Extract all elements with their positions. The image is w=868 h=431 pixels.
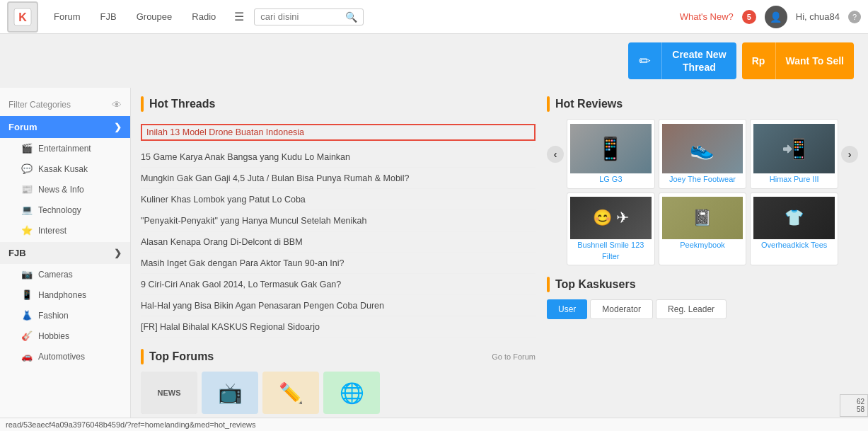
thread-link-5[interactable]: "Penyakit-Penyakit" yang Hanya Muncul Se…: [141, 216, 366, 226]
thread-item-3[interactable]: Mungkin Gak Gan Gaji 4,5 Juta / Bulan Bi…: [141, 168, 536, 189]
notification-badge[interactable]: 5: [742, 10, 756, 24]
review-card-joey-footwear[interactable]: 👟 Joey The Footwear: [659, 119, 747, 189]
nav-links: Forum FJB Groupee Radio ☰: [45, 6, 251, 28]
interest-icon: ⭐: [21, 225, 33, 236]
sidebar-section-forum: Forum ❯ 🎬 Entertainment 💬 Kasak Kusak 📰 …: [0, 116, 130, 241]
search-input[interactable]: [260, 11, 345, 22]
thread-item-8[interactable]: 9 Ciri-Ciri Anak Gaol 2014, Lo Termasuk …: [141, 274, 536, 295]
thread-link-6[interactable]: Alasan Kenapa Orang Di-Delcont di BBM: [141, 237, 303, 247]
sidebar-item-fashion[interactable]: 👗 Fashion: [0, 305, 130, 326]
thread-item-5[interactable]: "Penyakit-Penyakit" yang Hanya Muncul Se…: [141, 210, 536, 231]
overheadkick-title[interactable]: Overheadkick Tees: [761, 241, 827, 249]
thread-item-1[interactable]: Inilah 13 Model Drone Buatan Indonesia: [141, 119, 536, 146]
review-card-peekmybook[interactable]: 📓 Peekmybook: [659, 192, 747, 265]
peekmybook-title[interactable]: Peekmybook: [680, 241, 725, 249]
sidebar-item-handphones[interactable]: 📱 Handphones: [0, 285, 130, 305]
reviews-next-button[interactable]: ›: [841, 146, 858, 163]
automotives-icon: 🚗: [21, 351, 33, 362]
thread-link-7[interactable]: Masih Inget Gak dengan Para Aktor Taun 9…: [141, 258, 344, 268]
thread-link-4[interactable]: Kuliner Khas Lombok yang Patut Lo Coba: [141, 195, 306, 205]
himax-title[interactable]: Himax Pure III: [770, 175, 819, 183]
thread-item-2[interactable]: 15 Game Karya Anak Bangsa yang Kudu Lo M…: [141, 146, 536, 168]
overheadkick-image: 👕: [753, 197, 835, 239]
thread-link-2[interactable]: 15 Game Karya Anak Bangsa yang Kudu Lo M…: [141, 152, 350, 162]
nav-groupee[interactable]: Groupee: [128, 7, 181, 26]
nav-forum[interactable]: Forum: [45, 7, 89, 26]
top-kaskusers-header: Top Kaskusers: [547, 277, 858, 292]
nav-radio[interactable]: Radio: [183, 7, 224, 26]
main-layout: Filter Categories 👁 Forum ❯ 🎬 Entertainm…: [0, 88, 868, 423]
thread-item-4[interactable]: Kuliner Khas Lombok yang Patut Lo Coba: [141, 189, 536, 210]
joey-footwear-title[interactable]: Joey The Footwear: [669, 175, 736, 183]
section-bar-hot-reviews: [547, 96, 550, 112]
sidebar-item-label: Kasak Kusak: [38, 164, 88, 174]
forum-icon-edit[interactable]: ✏️: [262, 372, 319, 414]
tab-moderator[interactable]: Moderator: [590, 299, 653, 319]
fashion-icon: 👗: [21, 310, 33, 321]
sidebar-item-cameras[interactable]: 📷 Cameras: [0, 264, 130, 285]
thread-link-10[interactable]: [FR] Halal Bihalal KASKUS Regional Sidoa…: [141, 322, 320, 332]
thread-item-10[interactable]: [FR] Halal Bihalal KASKUS Regional Sidoa…: [141, 316, 536, 338]
thread-item-7[interactable]: Masih Inget Gak dengan Para Aktor Taun 9…: [141, 253, 536, 274]
create-thread-label: Create NewThread: [662, 48, 736, 74]
top-kaskusers-title: Top Kaskusers: [555, 278, 636, 291]
top-nav: K Forum FJB Groupee Radio ☰ 🔍 What's New…: [0, 0, 868, 34]
lg-g3-title[interactable]: LG G3: [599, 175, 622, 183]
tab-reg-leader[interactable]: Reg. Leader: [656, 299, 727, 319]
sidebar-item-kasak-kusak[interactable]: 💬 Kasak Kusak: [0, 159, 130, 179]
sidebar-fjb-header[interactable]: FJB ❯: [0, 242, 130, 264]
sidebar-item-automotives[interactable]: 🚗 Automotives: [0, 346, 130, 367]
thread-link-3[interactable]: Mungkin Gak Gan Gaji 4,5 Juta / Bulan Bi…: [141, 173, 409, 183]
forum-icon-tv[interactable]: 📺: [202, 372, 258, 414]
logo[interactable]: K: [7, 1, 38, 33]
hot-reviews-section: Hot Reviews ‹ 📱 LG G3 👟 Joey The Footwea…: [547, 96, 858, 265]
tab-user[interactable]: User: [547, 299, 587, 319]
top-forums-title-container: Top Forums: [141, 349, 214, 364]
thread-link-9[interactable]: Hal-Hal yang Bisa Bikin Agan Penasaran P…: [141, 301, 384, 311]
forum-icon-globe[interactable]: 🌐: [323, 372, 380, 414]
thread-item-9[interactable]: Hal-Hal yang Bisa Bikin Agan Penasaran P…: [141, 295, 536, 316]
bushnell-title[interactable]: Bushnell Smile 123 Filter: [577, 241, 644, 260]
review-card-overheadkick[interactable]: 👕 Overheadkick Tees: [750, 192, 838, 265]
cameras-icon: 📷: [21, 269, 33, 280]
section-bar-kaskusers: [547, 277, 550, 292]
reviews-row2: 😊 ✈ Bushnell Smile 123 Filter 📓 Peekmybo…: [567, 192, 838, 265]
review-card-himax[interactable]: 📲 Himax Pure III: [750, 119, 838, 189]
thread-link-1[interactable]: Inilah 13 Model Drone Buatan Indonesia: [141, 124, 536, 141]
action-bar: ✏ Create NewThread Rp Want To Sell: [0, 34, 868, 88]
user-greeting: Hi, chua84: [796, 11, 840, 22]
forum-icon-news[interactable]: NEWS: [141, 372, 197, 414]
lg-g3-image: 📱: [570, 124, 652, 173]
peekmybook-image: 📓: [662, 197, 743, 239]
globe-forum-icon: 🌐: [340, 381, 364, 405]
thread-link-8[interactable]: 9 Ciri-Ciri Anak Gaol 2014, Lo Termasuk …: [141, 280, 341, 289]
review-card-bushnell[interactable]: 😊 ✈ Bushnell Smile 123 Filter: [567, 192, 655, 265]
sidebar-item-technology[interactable]: 💻 Technology: [0, 200, 130, 220]
want-to-sell-button[interactable]: Rp Want To Sell: [742, 42, 854, 79]
eye-icon[interactable]: 👁: [112, 99, 122, 110]
hamburger-icon[interactable]: ☰: [227, 6, 251, 28]
filter-categories: Filter Categories 👁: [0, 93, 130, 116]
review-card-lg-g3[interactable]: 📱 LG G3: [567, 119, 655, 189]
search-icon[interactable]: 🔍: [345, 11, 357, 23]
scroll-val2: 58: [843, 406, 864, 413]
nav-fjb[interactable]: FJB: [92, 7, 125, 26]
whats-new-link[interactable]: What's New?: [680, 11, 734, 22]
create-thread-button[interactable]: ✏ Create NewThread: [628, 42, 736, 79]
reviews-prev-button[interactable]: ‹: [547, 146, 564, 163]
bushnell-image: 😊 ✈: [570, 197, 652, 239]
top-kaskusers-section: Top Kaskusers User Moderator Reg. Leader: [547, 277, 858, 319]
sidebar-forum-header[interactable]: Forum ❯: [0, 116, 130, 138]
hot-threads-section: Hot Threads Inilah 13 Model Drone Buatan…: [141, 96, 536, 338]
sidebar-item-news-info[interactable]: 📰 News & Info: [0, 179, 130, 200]
help-icon[interactable]: ?: [848, 11, 861, 23]
sidebar-item-label: Handphones: [38, 290, 86, 300]
thread-item-6[interactable]: Alasan Kenapa Orang Di-Delcont di BBM: [141, 231, 536, 253]
svg-text:K: K: [18, 11, 27, 23]
go-to-forum-link[interactable]: Go to Forum: [492, 352, 536, 361]
sidebar-item-entertainment[interactable]: 🎬 Entertainment: [0, 138, 130, 159]
sidebar-item-interest[interactable]: ⭐ Interest: [0, 220, 130, 241]
sidebar-item-hobbies[interactable]: 🎸 Hobbies: [0, 326, 130, 346]
hot-threads-header: Hot Threads: [141, 96, 536, 112]
sidebar-item-label: Fashion: [38, 311, 69, 321]
